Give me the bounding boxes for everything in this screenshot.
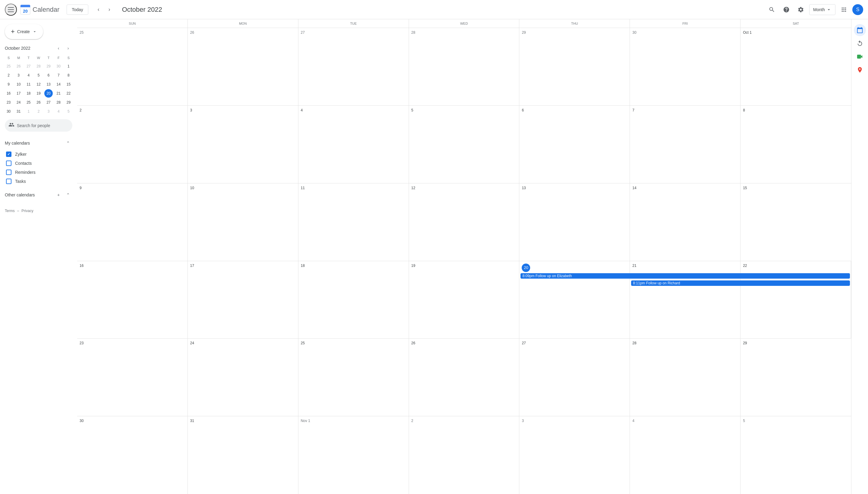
mini-cal-date[interactable]: 7 [54, 71, 63, 79]
calendar-cell[interactable]: 24 [188, 339, 298, 416]
mini-cal-date[interactable]: 18 [24, 89, 33, 98]
mini-cal-date[interactable]: 26 [34, 98, 43, 107]
calendar-cell[interactable]: Nov 1 [298, 416, 409, 494]
terms-link[interactable]: Terms [5, 209, 15, 213]
mini-cal-date[interactable]: 12 [34, 80, 43, 89]
calendar-cell[interactable]: 29 [740, 339, 851, 416]
calendar-cell[interactable]: 2 [409, 416, 520, 494]
mini-cal-date[interactable]: 30 [4, 107, 13, 116]
mini-cal-date[interactable]: 9 [4, 80, 13, 89]
calendar-cell[interactable]: 31 [188, 416, 298, 494]
calendar-cell[interactable]: 8 [740, 106, 851, 183]
mini-cal-date[interactable]: 1 [24, 107, 33, 116]
other-calendars-collapse[interactable]: ⌃ [64, 191, 72, 199]
calendar-cell[interactable]: 18 [298, 261, 409, 339]
mini-cal-date[interactable]: 25 [24, 98, 33, 107]
mini-cal-date[interactable]: 10 [15, 80, 23, 89]
right-meet-icon[interactable] [854, 51, 866, 63]
mini-cal-date[interactable]: 11 [24, 80, 33, 89]
calendar-event-elizabeth[interactable]: 8:09pm Follow up on Elizabeth [520, 273, 850, 279]
mini-cal-date[interactable]: 26 [15, 62, 23, 71]
calendar-cell[interactable]: 26 [409, 339, 520, 416]
search-button[interactable] [766, 4, 778, 16]
mini-cal-date[interactable]: 2 [34, 107, 43, 116]
logo[interactable]: 20 Calendar [19, 4, 59, 16]
calendar-cell[interactable]: 25 [298, 339, 409, 416]
calendar-item[interactable]: Contacts [5, 159, 72, 168]
calendar-cell[interactable]: 22 [740, 261, 851, 339]
help-button[interactable] [780, 4, 792, 16]
right-refresh-icon[interactable] [854, 37, 866, 50]
mini-cal-date[interactable]: 27 [24, 62, 33, 71]
calendar-cell[interactable]: 23 [77, 339, 188, 416]
today-button[interactable]: Today [67, 4, 88, 15]
calendar-cell[interactable]: 11 [298, 184, 409, 261]
calendar-item[interactable]: Tasks [5, 177, 72, 186]
mini-cal-date[interactable]: 14 [54, 80, 63, 89]
calendar-cell[interactable]: 20 [519, 261, 630, 339]
mini-cal-date[interactable]: 6 [44, 71, 53, 79]
right-calendar-icon[interactable] [854, 24, 866, 36]
calendar-item[interactable]: Zylker [5, 150, 72, 159]
mini-cal-date[interactable]: 27 [44, 98, 53, 107]
view-selector[interactable]: Month [809, 4, 835, 15]
calendar-event-richard[interactable]: 8:11pm Follow up on Richard [631, 281, 850, 286]
mini-cal-date[interactable]: 23 [4, 98, 13, 107]
apps-button[interactable] [838, 4, 850, 16]
calendar-cell[interactable]: 3 [188, 106, 298, 183]
mini-cal-date[interactable]: 30 [54, 62, 63, 71]
mini-cal-date[interactable]: 28 [34, 62, 43, 71]
right-maps-icon[interactable] [854, 64, 866, 76]
mini-cal-date[interactable]: 3 [15, 71, 23, 79]
calendar-cell[interactable]: 25 [77, 28, 188, 106]
privacy-link[interactable]: Privacy [21, 209, 33, 213]
mini-cal-date[interactable]: 31 [15, 107, 23, 116]
other-calendars-header[interactable]: Other calendars + ⌃ [5, 188, 72, 202]
next-month-button[interactable]: › [104, 4, 115, 15]
user-avatar[interactable]: S [852, 4, 863, 15]
mini-cal-date[interactable]: 21 [54, 89, 63, 98]
calendar-cell[interactable]: 27 [298, 28, 409, 106]
mini-next-button[interactable]: › [64, 44, 72, 52]
mini-cal-date[interactable]: 2 [4, 71, 13, 79]
mini-cal-date[interactable]: 28 [54, 98, 63, 107]
calendar-cell[interactable]: 14 [630, 184, 740, 261]
calendar-cell[interactable]: 17 [188, 261, 298, 339]
calendar-cell[interactable]: 7 [630, 106, 740, 183]
mini-cal-date[interactable]: 1 [64, 62, 73, 71]
calendar-cell[interactable]: 10 [188, 184, 298, 261]
mini-cal-date[interactable]: 3 [44, 107, 53, 116]
calendar-cell[interactable]: 30 [77, 416, 188, 494]
settings-button[interactable] [795, 4, 807, 16]
calendar-cell[interactable]: 4 [630, 416, 740, 494]
mini-cal-date[interactable]: 29 [64, 98, 73, 107]
calendar-cell[interactable]: 27 [519, 339, 630, 416]
prev-month-button[interactable]: ‹ [93, 4, 104, 15]
calendar-cell[interactable]: 5 [409, 106, 520, 183]
mini-cal-date[interactable]: 8 [64, 71, 73, 79]
mini-cal-date[interactable]: 22 [64, 89, 73, 98]
mini-cal-date[interactable]: 16 [4, 89, 13, 98]
mini-cal-date[interactable]: 17 [15, 89, 23, 98]
create-button[interactable]: + Create [5, 24, 43, 39]
mini-cal-date[interactable]: 20 [44, 89, 53, 98]
calendar-cell[interactable]: 29 [519, 28, 630, 106]
mini-cal-date[interactable]: 29 [44, 62, 53, 71]
mini-cal-date[interactable]: 4 [54, 107, 63, 116]
mini-cal-date[interactable]: 4 [24, 71, 33, 79]
calendar-cell[interactable]: 28 [630, 339, 740, 416]
mini-cal-date[interactable]: 5 [64, 107, 73, 116]
mini-cal-date[interactable]: 15 [64, 80, 73, 89]
search-people[interactable]: Search for people [5, 119, 72, 132]
my-calendars-collapse[interactable]: ⌃ [64, 139, 72, 147]
add-other-calendar[interactable]: + [54, 191, 63, 199]
calendar-cell[interactable]: 21 [630, 261, 740, 339]
calendar-cell[interactable]: 5 [740, 416, 851, 494]
mini-cal-date[interactable]: 24 [15, 98, 23, 107]
calendar-cell[interactable]: 6 [519, 106, 630, 183]
mini-prev-button[interactable]: ‹ [54, 44, 63, 52]
mini-cal-date[interactable]: 13 [44, 80, 53, 89]
calendar-item[interactable]: Reminders [5, 168, 72, 177]
calendar-cell[interactable]: 26 [188, 28, 298, 106]
calendar-cell[interactable]: 12 [409, 184, 520, 261]
